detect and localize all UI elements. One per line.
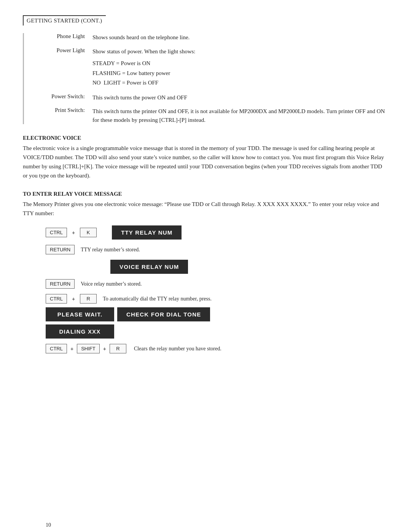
- plus-2: +: [70, 296, 77, 302]
- desc-phone-light: Shows sounds heard on the telephone line…: [92, 33, 388, 42]
- desc-power-light: Show status of power. When the light sho…: [92, 47, 388, 88]
- page-number: 10: [46, 522, 51, 528]
- relay-voice-body: The Memory Printer gives you one electro…: [23, 200, 388, 218]
- dual-display-row: PLEASE WAIT. CHECK FOR DIAL TONE: [46, 307, 388, 321]
- plus-bottom-2: +: [101, 346, 108, 352]
- key-row-return-1: RETURN TTY relay number’s stored.: [46, 245, 388, 254]
- key-shift: SHIFT: [77, 344, 100, 353]
- key-ctrl-2: CTRL: [46, 294, 67, 304]
- page-header: GETTING STARTED (CONT.): [23, 15, 106, 26]
- bottom-key-row: CTRL + SHIFT + R Clears the relay number…: [46, 344, 388, 353]
- label-clears-relay: Clears the relay number you have stored.: [134, 346, 221, 352]
- display-check-dial-tone: CHECK FOR DIAL TONE: [117, 307, 210, 321]
- label-voice-stored: Voice relay number’s stored.: [81, 281, 142, 287]
- display-voice-relay-num: VOICE RELAY NUM: [110, 260, 188, 274]
- key-row-voice-relay: VOICE RELAY NUM: [46, 260, 388, 274]
- key-combo-ctrl-r: CTRL + R: [46, 294, 97, 304]
- key-ctrl: CTRL: [46, 228, 67, 237]
- key-ctrl-bottom: CTRL: [46, 344, 67, 353]
- term-power-switch: Power Switch:: [32, 93, 92, 102]
- power-light-sublist: STEADY = Power is ON FLASHING = Low batt…: [92, 59, 388, 88]
- def-row-power-switch: Power Switch: This switch turns the powe…: [24, 93, 388, 102]
- term-power-light: Power Light: [32, 47, 92, 88]
- plus-1: +: [70, 230, 77, 236]
- term-print-switch: Print Switch:: [32, 107, 92, 124]
- display-please-wait: PLEASE WAIT.: [46, 307, 114, 321]
- def-row-phone-light: Phone Light Shows sounds heard on the te…: [24, 33, 388, 42]
- key-diagram: CTRL + K TTY RELAY NUM RETURN TTY relay …: [46, 225, 388, 304]
- key-r: R: [80, 294, 97, 304]
- dialing-row: DIALING XXX: [46, 324, 388, 339]
- key-k: K: [80, 228, 97, 237]
- electronic-voice-heading: ELECTRONIC VOICE: [23, 135, 388, 141]
- desc-print-switch: This switch turns the printer ON and OFF…: [92, 107, 388, 124]
- key-combo-ctrl-k: CTRL + K: [46, 228, 97, 237]
- label-tty-stored: TTY relay number’s stored.: [81, 247, 140, 253]
- key-row-return-2: RETURN Voice relay number’s stored.: [46, 279, 388, 289]
- electronic-voice-body: The electronic voice is a single program…: [23, 144, 388, 180]
- desc-power-switch: This switch turns the power ON and OFF: [92, 93, 388, 102]
- key-r-bottom: R: [110, 344, 126, 353]
- key-row-ctrl-k: CTRL + K TTY RELAY NUM: [46, 225, 388, 240]
- key-return-1: RETURN: [46, 245, 75, 254]
- def-row-power-light: Power Light Show status of power. When t…: [24, 47, 388, 88]
- term-phone-light: Phone Light: [32, 33, 92, 42]
- display-tty-relay-num: TTY RELAY NUM: [112, 225, 182, 240]
- label-auto-dial: To automatically dial the TTY relay numb…: [103, 296, 212, 302]
- def-row-print-switch: Print Switch: This switch turns the prin…: [24, 107, 388, 124]
- relay-voice-heading: TO ENTER RELAY VOICE MESSAGE: [23, 191, 388, 197]
- display-dialing: DIALING XXX: [46, 324, 114, 339]
- plus-bottom-1: +: [68, 346, 75, 352]
- key-row-ctrl-r: CTRL + R To automatically dial the TTY r…: [46, 294, 388, 304]
- key-return-2: RETURN: [46, 279, 75, 289]
- definition-table: Phone Light Shows sounds heard on the te…: [23, 33, 388, 124]
